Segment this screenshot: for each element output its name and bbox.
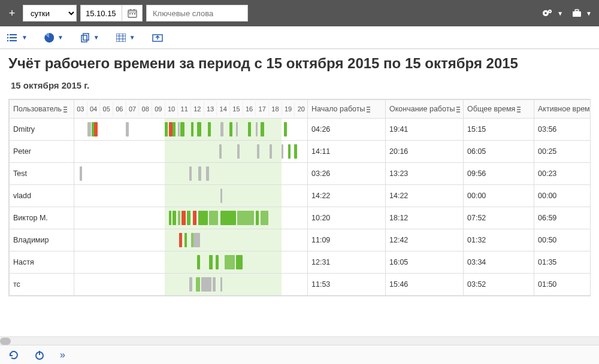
toolbar: ▼ ▼ ▼ ▼ [0, 26, 599, 49]
copy-menu-button[interactable]: ▼ [80, 33, 99, 43]
activity-bar [261, 122, 264, 136]
sort-indicator-icon [517, 107, 521, 113]
end-cell: 20:16 [386, 141, 464, 163]
col-active[interactable]: Активное время [534, 100, 591, 119]
active-cell: 03:56 [534, 119, 591, 141]
table-row[interactable]: Виктор М.10:2018:1207:5206:590 [10, 207, 591, 229]
col-end[interactable]: Окончание работы [386, 100, 464, 119]
activity-bar [206, 166, 208, 181]
refresh-button[interactable] [8, 350, 19, 360]
horizontal-scrollbar[interactable] [0, 336, 599, 345]
activity-bar [237, 144, 239, 159]
activity-bar [197, 255, 199, 269]
active-cell: 06:59 [534, 207, 591, 229]
report-table-wrap[interactable]: Пользователь 030405060708091011121314151… [8, 99, 591, 296]
hour-label: 18 [269, 102, 282, 116]
hour-label: 04 [87, 102, 101, 116]
table-row[interactable]: Peter14:1120:1606:0500:250 [10, 141, 591, 163]
start-cell: 11:53 [308, 274, 386, 296]
activity-bar [87, 122, 91, 136]
activity-bar [220, 277, 222, 292]
chart-menu-button[interactable]: ▼ [44, 33, 63, 43]
start-cell: 14:11 [308, 141, 386, 163]
svg-rect-6 [134, 13, 135, 14]
col-total[interactable]: Общее время [464, 100, 534, 119]
activity-bar [187, 211, 190, 225]
active-cell: 01:50 [534, 274, 591, 296]
timeline-cell [74, 185, 308, 207]
table-menu-button[interactable]: ▼ [116, 34, 135, 42]
active-cell: 00:50 [534, 229, 591, 251]
period-select[interactable]: сутки [23, 5, 77, 22]
activity-bar [261, 211, 268, 225]
expand-button[interactable]: » [60, 350, 65, 360]
list-icon [7, 34, 18, 42]
caret-down-icon: ▼ [93, 34, 99, 41]
activity-bar [216, 255, 219, 269]
user-cell: Test [10, 163, 74, 185]
col-user[interactable]: Пользователь [10, 100, 74, 119]
user-cell: Владимир [10, 229, 74, 251]
topbar: + сутки ▼ ▼ [0, 0, 599, 26]
start-cell: 10:20 [308, 207, 386, 229]
scrollbar-thumb[interactable] [0, 338, 11, 345]
activity-bar [196, 277, 199, 292]
settings-menu[interactable]: ▼ [539, 8, 565, 18]
date-input[interactable] [80, 5, 122, 22]
activity-bar [197, 122, 201, 136]
end-cell: 16:05 [386, 251, 464, 274]
hour-label: 17 [256, 102, 269, 116]
activity-bar [256, 211, 259, 225]
table-row[interactable]: vladd14:2214:2200:0000:000 [10, 185, 591, 207]
user-cell: Виктор М. [10, 207, 74, 229]
activity-bar [94, 122, 97, 136]
hour-label: 03 [74, 102, 87, 116]
svg-point-9 [544, 12, 547, 14]
table-row[interactable]: Настя12:3116:0503:3401:350 [10, 251, 591, 274]
export-button[interactable] [152, 34, 163, 42]
hour-label: 05 [100, 102, 113, 116]
activity-bar [173, 122, 175, 136]
svg-point-10 [549, 11, 550, 12]
search-input[interactable] [146, 5, 248, 22]
briefcase-menu[interactable]: ▼ [569, 8, 594, 18]
activity-bar [220, 211, 236, 225]
timeline-cell [74, 207, 308, 229]
activity-bar [191, 122, 193, 136]
active-cell: 01:35 [534, 251, 591, 274]
activity-bar [229, 122, 232, 136]
activity-bar [126, 122, 128, 136]
activity-bar [288, 144, 291, 159]
table-row[interactable]: Владимир11:0912:4201:3200:500 [10, 229, 591, 251]
calendar-button[interactable] [122, 5, 143, 22]
end-cell: 18:12 [386, 207, 464, 229]
activity-bar [209, 211, 218, 225]
timeline-cell [74, 119, 308, 141]
copy-icon [80, 33, 90, 43]
list-menu-button[interactable]: ▼ [7, 34, 28, 42]
end-cell: 15:46 [386, 274, 464, 296]
caret-down-icon: ▼ [22, 34, 28, 41]
table-row[interactable]: Test03:2613:2309:5600:230 [10, 163, 591, 185]
user-cell: vladd [10, 185, 74, 207]
table-row[interactable]: тс11:5315:4603:5201:500 [10, 274, 591, 296]
activity-bar [179, 233, 182, 247]
activity-bar [169, 122, 173, 136]
start-cell: 12:31 [308, 251, 386, 274]
caret-down-icon: ▼ [557, 10, 563, 17]
briefcase-icon [571, 8, 582, 18]
hour-label: 09 [152, 102, 165, 116]
activity-bar [169, 211, 171, 225]
activity-bar [270, 144, 271, 159]
hour-label: 11 [178, 102, 191, 116]
svg-point-17 [7, 37, 8, 38]
hour-label: 08 [139, 102, 152, 116]
activity-bar [198, 211, 207, 225]
timeline-cell [74, 141, 308, 163]
col-start[interactable]: Начало работы [308, 100, 386, 119]
add-button[interactable]: + [5, 5, 19, 22]
table-row[interactable]: Dmitry04:2619:4115:1503:561 [10, 119, 591, 141]
activity-bar [256, 122, 258, 136]
svg-rect-4 [129, 13, 131, 14]
power-button[interactable] [35, 350, 44, 360]
